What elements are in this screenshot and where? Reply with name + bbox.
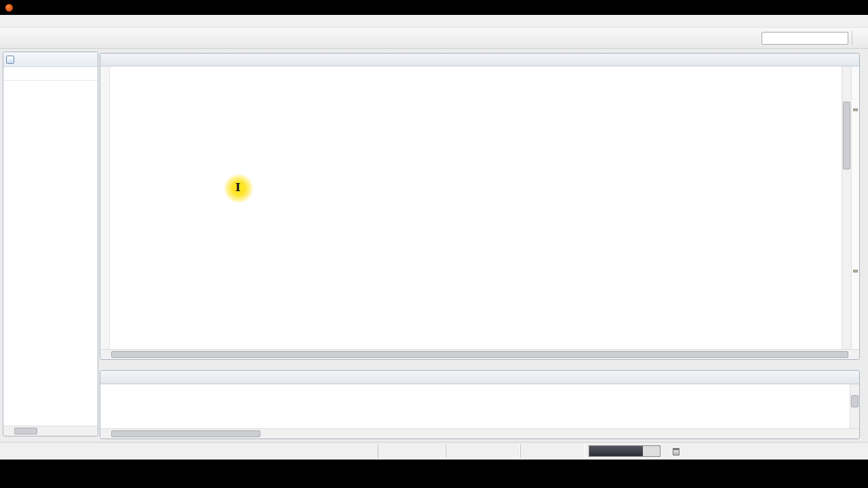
scrollbar-track[interactable]	[850, 394, 859, 419]
workspace	[0, 49, 868, 442]
editor-panel	[100, 53, 860, 360]
adt-app-icon	[5, 4, 13, 12]
menubar	[0, 15, 868, 28]
scroll-up-icon[interactable]	[842, 66, 852, 76]
console-horizontal-scrollbar[interactable]	[100, 428, 859, 439]
heap-status-widget	[589, 445, 660, 457]
scrollbar-thumb[interactable]	[14, 428, 37, 434]
project-tree[interactable]	[3, 82, 98, 426]
explorer-horizontal-scrollbar[interactable]	[3, 426, 98, 436]
main-toolbar	[0, 28, 868, 49]
scrollbar-thumb[interactable]	[111, 351, 848, 358]
overview-marker[interactable]	[853, 108, 858, 111]
scroll-right-icon[interactable]	[88, 426, 98, 436]
scrollbar-thumb[interactable]	[851, 395, 859, 407]
scroll-right-icon[interactable]	[850, 350, 859, 359]
scroll-up-icon[interactable]	[850, 384, 860, 394]
cursor-position-status	[520, 444, 585, 458]
console-output[interactable]	[100, 384, 850, 428]
console-vertical-scrollbar[interactable]	[850, 384, 859, 428]
quick-access-input[interactable]	[762, 32, 848, 45]
scroll-left-icon[interactable]	[100, 429, 110, 439]
scrollbar-track[interactable]	[110, 350, 850, 359]
toolbar-separator	[852, 30, 852, 45]
package-explorer-toolbar	[3, 67, 98, 81]
editor-overview-ruler[interactable]	[851, 66, 859, 349]
status-bar	[0, 442, 868, 460]
console-window-buttons	[848, 371, 859, 384]
console-panel	[100, 370, 860, 439]
scroll-right-icon[interactable]	[850, 429, 859, 439]
overview-marker[interactable]	[853, 270, 858, 272]
scrollbar-thumb[interactable]	[843, 102, 850, 169]
windows-taskbar	[0, 460, 868, 488]
scrollbar-track[interactable]	[110, 429, 850, 439]
console-body	[100, 384, 859, 428]
writable-status	[378, 444, 446, 458]
console-tab-bar	[100, 371, 859, 384]
editor-vertical-scrollbar[interactable]	[842, 66, 851, 349]
scrollbar-thumb[interactable]	[111, 430, 260, 437]
scroll-down-icon[interactable]	[842, 340, 852, 349]
editor-body	[100, 66, 859, 349]
editor-annotation-ruler[interactable]	[100, 66, 110, 349]
scrollbar-track[interactable]	[13, 426, 88, 436]
insert-mode-status[interactable]	[446, 444, 520, 458]
editor-horizontal-scrollbar[interactable]	[100, 349, 859, 359]
heap-usage-label	[589, 446, 660, 456]
package-explorer-panel	[3, 52, 98, 436]
package-explorer-header	[3, 52, 98, 67]
garbage-collect-icon[interactable]	[673, 448, 679, 455]
editor-tab-bar	[100, 54, 859, 66]
package-explorer-icon	[6, 56, 14, 64]
window-titlebar	[0, 0, 868, 15]
code-editor[interactable]	[110, 66, 842, 349]
scrollbar-track[interactable]	[842, 76, 851, 340]
scroll-left-icon[interactable]	[100, 350, 110, 359]
scroll-down-icon[interactable]	[850, 419, 860, 428]
scroll-left-icon[interactable]	[3, 426, 13, 436]
